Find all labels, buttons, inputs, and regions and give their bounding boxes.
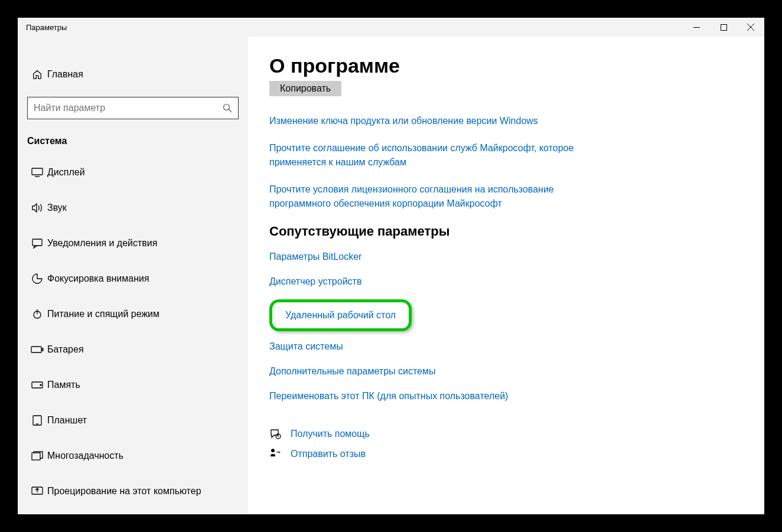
projecting-icon xyxy=(27,487,47,496)
display-icon xyxy=(27,168,47,177)
highlighted-link: Удаленный рабочий стол xyxy=(269,299,412,331)
focus-icon xyxy=(27,273,47,284)
svg-rect-8 xyxy=(32,239,42,246)
sidebar-item-power[interactable]: Питание и спящий режим xyxy=(18,296,248,332)
sidebar-label: Звук xyxy=(47,203,67,213)
home-label: Главная xyxy=(47,69,83,80)
get-help-row[interactable]: ? Получить помощь xyxy=(269,427,764,441)
sidebar-label: Батарея xyxy=(47,344,84,355)
svg-line-5 xyxy=(229,109,232,112)
help-icon: ? xyxy=(269,428,291,440)
sidebar-label: Питание и спящий режим xyxy=(47,309,159,319)
svg-rect-6 xyxy=(32,168,43,175)
home-nav[interactable]: Главная xyxy=(18,57,248,92)
sidebar-item-storage[interactable]: Память xyxy=(18,367,248,403)
svg-rect-1 xyxy=(721,24,726,30)
sidebar-label: Уведомления и действия xyxy=(47,238,157,249)
link-device-manager[interactable]: Диспетчер устройств xyxy=(269,275,361,289)
sidebar-item-projecting[interactable]: Проецирование на этот компьютер xyxy=(18,474,248,509)
feedback-row[interactable]: Отправить отзыв xyxy=(269,447,764,461)
sidebar-item-notifications[interactable]: Уведомления и действия xyxy=(18,226,248,261)
svg-point-21 xyxy=(271,449,275,452)
power-icon xyxy=(27,309,47,319)
maximize-button[interactable] xyxy=(710,18,737,37)
sidebar: Главная Система Дисплей Звук Уведомления… xyxy=(18,37,248,514)
settings-window: Параметры Главная Система Дисплей Звук xyxy=(18,18,764,514)
copy-button[interactable]: Копировать xyxy=(269,81,341,96)
link-system-protection[interactable]: Защита системы xyxy=(269,340,343,354)
svg-rect-11 xyxy=(31,347,41,353)
sidebar-label: Планшет xyxy=(47,415,87,426)
sidebar-item-display[interactable]: Дисплей xyxy=(18,155,248,190)
tablet-icon xyxy=(27,415,47,426)
sidebar-item-battery[interactable]: Батарея xyxy=(18,332,248,367)
search-input[interactable] xyxy=(28,103,217,113)
link-product-key[interactable]: Изменение ключа продукта или обновление … xyxy=(269,114,538,128)
link-feedback[interactable]: Отправить отзыв xyxy=(291,447,366,461)
svg-point-14 xyxy=(40,384,41,386)
link-bitlocker[interactable]: Параметры BitLocker xyxy=(269,250,361,264)
link-advanced-settings[interactable]: Дополнительные параметры системы xyxy=(269,364,435,378)
search-box[interactable] xyxy=(27,97,239,119)
window-title: Параметры xyxy=(18,23,683,32)
window-body: Главная Система Дисплей Звук Уведомления… xyxy=(18,37,764,514)
multitask-icon xyxy=(27,451,47,461)
sidebar-label: Дисплей xyxy=(47,167,85,178)
sidebar-label: Проецирование на этот компьютер xyxy=(47,486,201,497)
sidebar-item-tablet[interactable]: Планшет xyxy=(18,403,248,438)
storage-icon xyxy=(27,381,47,389)
notifications-icon xyxy=(27,238,47,249)
sidebar-label: Фокусировка внимания xyxy=(47,273,149,284)
link-rename-pc[interactable]: Переименовать этот ПК (для опытных польз… xyxy=(269,389,508,403)
link-get-help[interactable]: Получить помощь xyxy=(291,427,370,441)
close-button[interactable] xyxy=(737,18,764,37)
category-heading: Система xyxy=(18,128,248,155)
page-title: О программе xyxy=(269,54,764,77)
sound-icon xyxy=(27,203,47,213)
sidebar-label: Память xyxy=(47,380,80,390)
sidebar-item-multitask[interactable]: Многозадачность xyxy=(18,438,248,474)
svg-rect-17 xyxy=(32,453,40,460)
minimize-button[interactable] xyxy=(683,18,710,37)
feedback-icon xyxy=(269,448,291,460)
home-icon xyxy=(27,69,47,80)
svg-rect-12 xyxy=(42,348,43,351)
related-heading: Сопутствующие параметры xyxy=(269,224,764,239)
sidebar-item-sound[interactable]: Звук xyxy=(18,190,248,226)
content-pane: О программе Копировать Изменение ключа п… xyxy=(248,37,764,514)
search-icon xyxy=(217,103,238,113)
link-services-agreement[interactable]: Прочтите соглашение об использовании слу… xyxy=(269,141,600,169)
link-license-terms[interactable]: Прочтите условия лицензионного соглашени… xyxy=(269,182,600,211)
battery-icon xyxy=(27,346,47,353)
sidebar-label: Многозадачность xyxy=(47,451,123,461)
link-remote-desktop[interactable]: Удаленный рабочий стол xyxy=(285,308,396,322)
titlebar: Параметры xyxy=(18,18,764,37)
sidebar-item-focus[interactable]: Фокусировка внимания xyxy=(18,261,248,296)
